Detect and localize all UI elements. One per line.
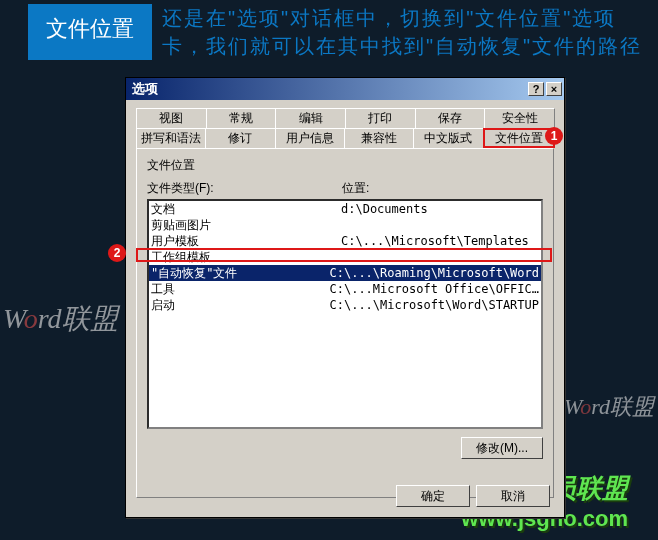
dialog-title: 选项 [132, 80, 526, 98]
watermark-right: Word联盟 [564, 392, 654, 422]
col-location: 位置: [342, 180, 369, 197]
annotation-callout-2: 2 [108, 244, 126, 262]
tab-edit[interactable]: 编辑 [275, 108, 346, 128]
tab-file-locations[interactable]: 文件位置 [483, 128, 555, 148]
list-item[interactable]: 工具C:\...Microsoft Office\OFFIC… [149, 281, 541, 297]
close-button[interactable]: × [546, 82, 562, 96]
tab-panel: 文件位置 文件类型(F): 位置: 文档d:\Documents剪贴画图片用户模… [136, 148, 554, 498]
list-item-location: C:\...\Microsoft\Templates [341, 233, 539, 249]
tab-security[interactable]: 安全性 [484, 108, 555, 128]
ok-button[interactable]: 确定 [396, 485, 470, 507]
cancel-button[interactable]: 取消 [476, 485, 550, 507]
list-item[interactable]: 文档d:\Documents [149, 201, 541, 217]
list-item-type: 启动 [151, 297, 329, 313]
list-item-location [341, 249, 539, 265]
list-item-type: 工具 [151, 281, 329, 297]
list-item-type: "自动恢复"文件 [151, 265, 329, 281]
list-item-location: C:\...\Microsoft\Word\STARTUP [329, 297, 539, 313]
list-item[interactable]: 工作组模板 [149, 249, 541, 265]
list-item-location: C:\...Microsoft Office\OFFIC… [329, 281, 539, 297]
tab-userinfo[interactable]: 用户信息 [275, 128, 345, 148]
help-button[interactable]: ? [528, 82, 544, 96]
list-item[interactable]: 启动C:\...\Microsoft\Word\STARTUP [149, 297, 541, 313]
tab-save[interactable]: 保存 [415, 108, 486, 128]
file-locations-listbox[interactable]: 文档d:\Documents剪贴画图片用户模板C:\...\Microsoft\… [147, 199, 543, 429]
modify-button[interactable]: 修改(M)... [461, 437, 543, 459]
dialog-titlebar: 选项 ? × [126, 78, 564, 100]
list-item-type: 工作组模板 [151, 249, 341, 265]
tab-print[interactable]: 打印 [345, 108, 416, 128]
header-badge: 文件位置 [28, 4, 152, 60]
tab-revision[interactable]: 修订 [205, 128, 275, 148]
list-item-location: C:\...\Roaming\Microsoft\Word [329, 265, 539, 281]
watermark-left: Word联盟 [3, 300, 118, 338]
list-item-location: d:\Documents [341, 201, 539, 217]
col-filetype: 文件类型(F): [147, 180, 342, 197]
column-headers: 文件类型(F): 位置: [147, 180, 543, 197]
tab-spelling[interactable]: 拼写和语法 [136, 128, 206, 148]
annotation-callout-1: 1 [545, 127, 563, 145]
tab-chinese[interactable]: 中文版式 [413, 128, 483, 148]
options-dialog: 选项 ? × 视图 常规 编辑 打印 保存 安全性 拼写和语法 修订 用户信息 … [125, 77, 565, 518]
list-item[interactable]: 用户模板C:\...\Microsoft\Templates [149, 233, 541, 249]
tab-compat[interactable]: 兼容性 [344, 128, 414, 148]
header-instruction: 还是在"选项"对话框中，切换到"文件位置"选项卡，我们就可以在其中找到"自动恢复… [162, 4, 650, 60]
tab-general[interactable]: 常规 [206, 108, 277, 128]
list-item-location [341, 217, 539, 233]
list-item-type: 用户模板 [151, 233, 341, 249]
list-item-type: 剪贴画图片 [151, 217, 341, 233]
section-label: 文件位置 [147, 157, 543, 174]
list-item[interactable]: 剪贴画图片 [149, 217, 541, 233]
list-item-type: 文档 [151, 201, 341, 217]
list-item[interactable]: "自动恢复"文件C:\...\Roaming\Microsoft\Word [149, 265, 541, 281]
tab-view[interactable]: 视图 [136, 108, 207, 128]
